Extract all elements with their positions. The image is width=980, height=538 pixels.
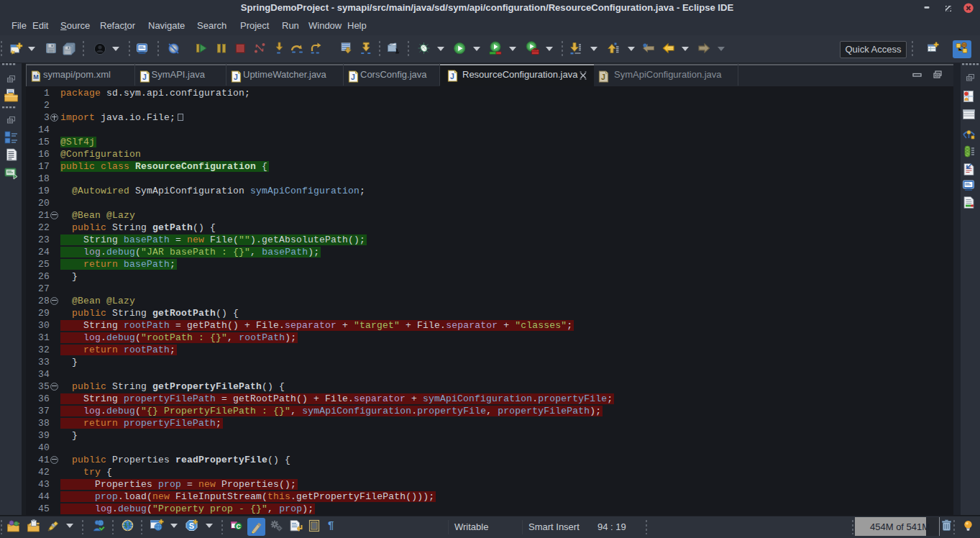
svg-text:C: C: [236, 523, 240, 530]
svg-text:J: J: [234, 72, 238, 81]
svg-text:J: J: [601, 72, 605, 81]
svg-text:M: M: [33, 73, 39, 81]
svg-text:J: J: [142, 72, 147, 81]
svg-text:J: J: [351, 72, 355, 81]
svg-text:J: J: [450, 71, 454, 80]
svg-text:S: S: [189, 521, 194, 530]
